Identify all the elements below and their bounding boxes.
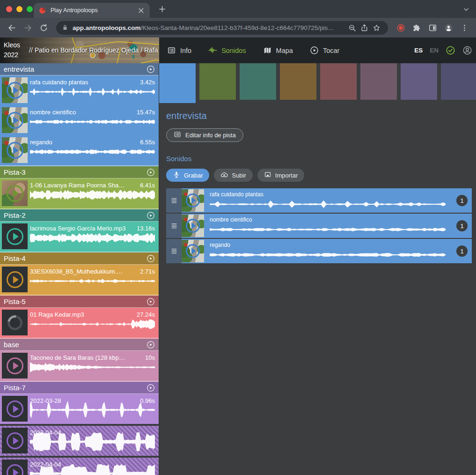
track-header[interactable]: Pista-3: [0, 166, 159, 178]
record-button[interactable]: Grabar: [166, 169, 209, 182]
share-icon[interactable]: [358, 22, 370, 34]
clip[interactable]: regando6.55s: [0, 135, 159, 165]
track-header[interactable]: Pista-7: [0, 382, 159, 394]
clip-thumbnail[interactable]: [2, 180, 28, 206]
track-color-swatch[interactable]: [280, 63, 316, 100]
close-window-button[interactable]: [6, 6, 12, 12]
side-panel-icon[interactable]: [425, 21, 439, 35]
upload-button[interactable]: Subir: [214, 169, 252, 182]
play-overlay-icon[interactable]: [7, 228, 23, 245]
play-track-icon[interactable]: [146, 211, 155, 220]
track-color-swatch[interactable]: [360, 63, 397, 100]
app-logo[interactable]: Kleos 2022: [4, 40, 20, 60]
bookmark-star-icon[interactable]: [370, 22, 382, 34]
track-color-swatch[interactable]: [159, 63, 196, 103]
lang-en-button[interactable]: EN: [430, 47, 439, 54]
new-tab-button[interactable]: [158, 5, 166, 13]
lang-es-button[interactable]: ES: [414, 47, 423, 54]
fullscreen-window-button[interactable]: [27, 6, 33, 12]
track-header[interactable]: Pista-5: [0, 296, 159, 308]
sync-check-icon[interactable]: [446, 45, 455, 55]
clip-thumbnail[interactable]: [2, 137, 28, 163]
nav-item-info[interactable]: Info: [167, 46, 191, 55]
clip-thumbnail[interactable]: [2, 396, 28, 422]
play-overlay-icon[interactable]: [186, 244, 200, 258]
sound-thumbnail[interactable]: [182, 240, 204, 262]
clip-thumbnail[interactable]: [2, 267, 28, 292]
clip-thumbnail[interactable]: [2, 223, 28, 249]
clip-thumbnail[interactable]: [2, 310, 28, 335]
clip[interactable]: 2022-03-280.96s: [0, 394, 159, 424]
track-color-swatch[interactable]: [240, 63, 276, 100]
nav-item-sonidos[interactable]: Sonidos: [208, 46, 246, 55]
sound-row[interactable]: regando1: [166, 239, 472, 263]
play-overlay-icon[interactable]: [7, 464, 23, 475]
play-overlay-icon[interactable]: [7, 185, 23, 202]
play-track-icon[interactable]: [146, 168, 155, 177]
play-overlay-icon[interactable]: [7, 432, 23, 449]
address-bar[interactable]: app.antropoloops.com/Kleos-Santa-Marina/…: [56, 21, 388, 35]
sound-thumbnail[interactable]: [182, 215, 204, 237]
play-overlay-icon[interactable]: [7, 112, 23, 129]
track-header[interactable]: base: [0, 339, 159, 351]
drag-handle-icon[interactable]: [166, 214, 182, 238]
minimize-window-button[interactable]: [16, 6, 22, 12]
track-color-swatch[interactable]: [320, 63, 357, 100]
sound-thumbnail[interactable]: [182, 189, 204, 212]
clip-thumbnail[interactable]: [2, 77, 28, 103]
sound-row[interactable]: nombre cientifico1: [166, 214, 472, 238]
play-track-icon[interactable]: [146, 65, 155, 74]
url-text[interactable]: app.antropoloops.com/Kleos-Santa-Marina/…: [73, 24, 346, 31]
back-button[interactable]: [5, 21, 19, 35]
import-button[interactable]: Importar: [257, 169, 304, 182]
track-color-swatch[interactable]: [199, 63, 236, 100]
track-header[interactable]: Pista-2: [0, 209, 159, 222]
browser-menu-kebab-icon[interactable]: [457, 21, 471, 35]
close-tab-icon[interactable]: [137, 7, 145, 15]
track-header[interactable]: Pista-4: [0, 252, 159, 265]
clip-thumbnail[interactable]: [2, 353, 28, 379]
drag-handle-icon[interactable]: [166, 239, 182, 263]
reload-button[interactable]: [37, 21, 51, 35]
play-overlay-icon[interactable]: [7, 401, 23, 417]
clip[interactable]: nombre cientifico15.47s: [0, 105, 159, 135]
zoom-out-icon[interactable]: [346, 22, 358, 34]
play-track-icon[interactable]: [146, 341, 155, 349]
play-overlay-icon[interactable]: [7, 142, 23, 159]
play-overlay-icon[interactable]: [7, 357, 23, 374]
play-overlay-icon[interactable]: [186, 219, 200, 233]
nav-item-tocar[interactable]: Tocar: [310, 46, 339, 55]
profile-avatar[interactable]: [441, 21, 455, 35]
play-track-icon[interactable]: [146, 384, 155, 392]
clip[interactable]: 01 Raga Kedar.mp327.24s: [0, 308, 159, 338]
clip-thumbnail[interactable]: [2, 428, 28, 453]
clip[interactable]: Taconeo de Sara Baras (128 kbps).mp310s: [0, 351, 159, 381]
browser-tab[interactable]: Play Antropoloops: [34, 3, 150, 18]
play-overlay-icon[interactable]: [7, 271, 23, 288]
clip-thumbnail[interactable]: [2, 460, 28, 475]
edit-track-info-button[interactable]: Editar info de pista: [166, 128, 243, 142]
play-track-icon[interactable]: [146, 297, 155, 306]
cloud-upload-icon: [220, 171, 228, 180]
track-header[interactable]: entrevista: [0, 63, 159, 75]
account-icon[interactable]: [462, 45, 472, 55]
play-overlay-icon[interactable]: [186, 193, 200, 208]
clip[interactable]: 1-06 Lavanya Rama Poorna Shadjam Rupak…6…: [0, 178, 159, 208]
drag-handle-icon[interactable]: [166, 188, 182, 213]
forward-button[interactable]: [21, 21, 35, 35]
play-overlay-icon[interactable]: [7, 82, 23, 99]
sound-row[interactable]: rafa cuidando plantas1: [166, 188, 472, 213]
clip-thumbnail[interactable]: [2, 107, 28, 133]
clip[interactable]: 33ESX6038_B5_Muthedukkum.mp32.71s: [0, 265, 159, 295]
clip[interactable]: 2022-04-04: [0, 458, 159, 475]
track-color-swatch[interactable]: [441, 63, 476, 100]
clip[interactable]: 2022-04-04: [0, 426, 159, 456]
play-track-icon[interactable]: [146, 254, 155, 263]
nav-item-mapa[interactable]: Mapa: [263, 46, 293, 55]
extensions-puzzle-icon[interactable]: [410, 21, 424, 35]
track-color-swatch[interactable]: [401, 63, 437, 100]
clip[interactable]: lacrimosa Sergio García Merlo.mp313.16s: [0, 222, 159, 252]
recording-extension-icon[interactable]: [394, 21, 408, 35]
tab-search-chevron-icon[interactable]: [463, 6, 469, 13]
clip[interactable]: rafa cuidando plantas3.42s: [0, 75, 159, 105]
